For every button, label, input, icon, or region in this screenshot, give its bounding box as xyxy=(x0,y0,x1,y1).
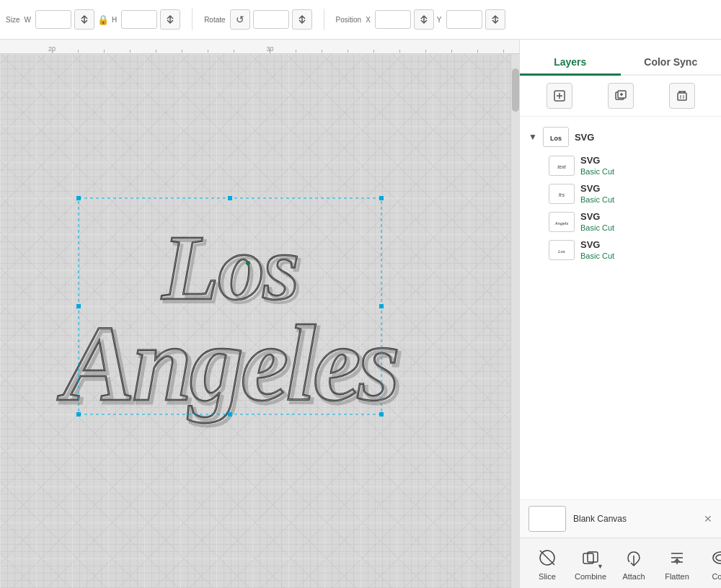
svg-text:frs: frs xyxy=(559,192,565,197)
layer-info-4: SVG Basic Cut xyxy=(580,239,614,260)
svg-text:Angels: Angels xyxy=(554,221,568,226)
blank-canvas-thumb xyxy=(528,506,566,532)
combine-label: Combine xyxy=(575,572,606,581)
tab-layers[interactable]: Layers xyxy=(520,49,621,76)
size-group: Size W 🔒 H xyxy=(6,9,180,30)
svg-text:text: text xyxy=(557,164,566,169)
layer-delete-btn[interactable] xyxy=(669,83,695,109)
layer-group-header[interactable]: ▼ Los SVG xyxy=(520,122,721,151)
layer-thumb-4: Los xyxy=(549,240,575,260)
position-label: Position xyxy=(336,16,362,24)
size-label: Size xyxy=(6,16,19,24)
canvas-grid[interactable]: Los Angeles Los Angeles Los xyxy=(0,54,510,588)
group-thumb: Los xyxy=(543,127,569,147)
ruler-top: 20 30 xyxy=(0,40,519,54)
y-input[interactable] xyxy=(446,10,482,29)
svg-text:Los: Los xyxy=(550,135,562,142)
rotate-group: Rotate ↺ xyxy=(204,9,311,30)
divider-1 xyxy=(192,9,193,30)
chevron-down-icon: ▼ xyxy=(528,132,537,142)
group-info: SVG xyxy=(575,132,594,143)
w-label: W xyxy=(24,16,30,24)
svg-rect-12 xyxy=(76,412,81,416)
blank-canvas-close-btn[interactable]: ✕ xyxy=(704,513,712,525)
attach-icon xyxy=(622,546,645,569)
top-toolbar: Size W 🔒 H Rotate ↺ Position X Y xyxy=(0,0,721,40)
combine-icon: ▼ xyxy=(579,546,602,569)
flatten-label: Flatten xyxy=(665,572,689,581)
layer-thumb-1: text xyxy=(549,156,575,176)
rotate-stepper[interactable] xyxy=(292,9,312,30)
lock-icon: 🔒 xyxy=(97,14,109,25)
svg-point-15 xyxy=(246,261,250,265)
main-area: 20 30 xyxy=(0,40,721,588)
blank-canvas-label: Blank Canvas xyxy=(573,514,627,524)
svg-rect-23 xyxy=(678,93,686,100)
layer-type-4: Basic Cut xyxy=(580,251,614,260)
flatten-icon xyxy=(665,546,689,569)
layer-name-2: SVG xyxy=(580,183,614,194)
x-label: X xyxy=(366,16,371,24)
list-item[interactable]: text SVG Basic Cut xyxy=(520,151,721,179)
layer-thumb-2: frs xyxy=(549,184,575,204)
height-input[interactable] xyxy=(121,10,157,29)
svg-point-43 xyxy=(713,552,721,564)
artwork-svg: Los Angeles Los Angeles Los xyxy=(35,155,425,458)
x-stepper[interactable] xyxy=(414,9,434,30)
svg-text:Angeles: Angeles xyxy=(60,306,400,426)
layer-name-1: SVG xyxy=(580,155,614,166)
position-group: Position X Y xyxy=(336,9,505,30)
divider-2 xyxy=(324,9,324,30)
scrollbar-thumb[interactable] xyxy=(512,68,519,112)
layer-info-1: SVG Basic Cut xyxy=(580,155,614,176)
layer-info-2: SVG Basic Cut xyxy=(580,183,614,204)
svg-rect-9 xyxy=(379,196,384,200)
svg-rect-13 xyxy=(228,412,232,416)
canvas-scrollbar[interactable] xyxy=(510,54,519,588)
contour-icon xyxy=(709,546,721,569)
svg-rect-7 xyxy=(76,196,81,200)
svg-rect-8 xyxy=(228,196,232,200)
width-input[interactable] xyxy=(35,10,71,29)
group-name: SVG xyxy=(575,132,594,143)
contour-action[interactable]: Co... xyxy=(699,546,721,581)
width-stepper[interactable] xyxy=(74,9,94,30)
svg-point-44 xyxy=(716,555,721,561)
height-stepper[interactable] xyxy=(160,9,180,30)
layer-type-3: Basic Cut xyxy=(580,223,614,232)
tab-color-sync[interactable]: Color Sync xyxy=(621,49,722,76)
attach-label: Attach xyxy=(622,572,645,581)
layer-type-1: Basic Cut xyxy=(580,167,614,176)
slice-icon xyxy=(536,546,559,569)
layer-add-btn[interactable] xyxy=(608,83,634,109)
flatten-action[interactable]: Flatten xyxy=(655,546,699,581)
layer-group-btn[interactable] xyxy=(547,83,572,109)
canvas-area: 20 30 xyxy=(0,40,519,588)
panel-tabs: Layers Color Sync xyxy=(520,40,721,76)
layer-name-3: SVG xyxy=(580,211,614,222)
rotate-input[interactable] xyxy=(253,10,289,29)
list-item[interactable]: Angels SVG Basic Cut xyxy=(520,208,721,236)
list-item[interactable]: Los SVG Basic Cut xyxy=(520,236,721,264)
blank-canvas-bar: Blank Canvas ✕ xyxy=(520,499,721,538)
attach-action[interactable]: Attach xyxy=(612,546,655,581)
svg-rect-11 xyxy=(379,304,384,308)
rotate-icon-btn[interactable]: ↺ xyxy=(230,9,250,30)
layer-type-2: Basic Cut xyxy=(580,195,614,204)
contour-label: Co... xyxy=(712,572,721,581)
y-label: Y xyxy=(437,16,442,24)
layer-thumb-3: Angels xyxy=(549,212,575,232)
list-item[interactable]: frs SVG Basic Cut xyxy=(520,179,721,208)
layer-name-4: SVG xyxy=(580,239,614,250)
svg-text:Los: Los xyxy=(558,249,565,254)
bottom-action-bar: Slice ▼ Combine Attach xyxy=(520,538,721,588)
slice-action[interactable]: Slice xyxy=(526,546,569,581)
svg-rect-14 xyxy=(379,412,384,416)
slice-label: Slice xyxy=(539,572,556,581)
h-label: H xyxy=(112,16,117,24)
combine-action[interactable]: ▼ Combine xyxy=(569,546,612,581)
layer-list: ▼ Los SVG text SVG xyxy=(520,117,721,499)
layer-info-3: SVG Basic Cut xyxy=(580,211,614,232)
x-input[interactable] xyxy=(375,10,411,29)
y-stepper[interactable] xyxy=(485,9,505,30)
